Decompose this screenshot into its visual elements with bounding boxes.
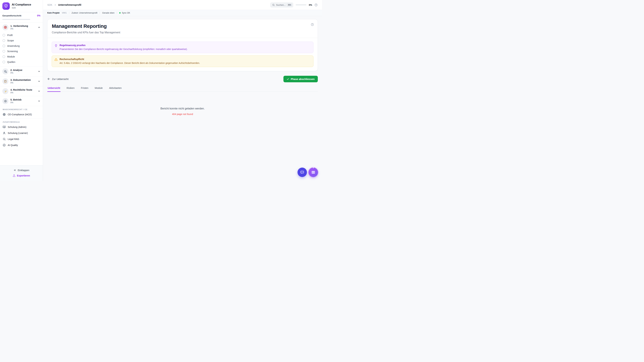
radio-circle-icon [2, 34, 5, 36]
radio-circle-icon [2, 44, 5, 47]
chevron-down-icon [38, 70, 40, 73]
report-tabs: Uebersicht Risiken Fristen Module Aktivi… [47, 87, 318, 92]
actions-row: Zur Uebersicht Phase abschliessen [47, 76, 318, 82]
empty-state: Bericht konnte nicht geladen werden. 404… [47, 107, 318, 115]
phase-vorbereitung: 1. Vorbereitung 0% Profil Scope [0, 22, 43, 66]
upload-icon [13, 174, 16, 177]
topbar: SDK Unternehmensprofil Suchen... ⌘K 0% [43, 0, 322, 10]
overall-progress-bar [2, 19, 30, 20]
phase-header-vorbereitung[interactable]: 1. Vorbereitung 0% [0, 22, 43, 32]
phase-header-rechtliche-texte[interactable]: 4. Rechtliche Texte 0% [0, 86, 43, 96]
back-link-label: Zur Uebersicht [52, 78, 68, 80]
phase-percent: 0% [10, 91, 36, 94]
sidebar-item-label: CE-Compliance (IACE) [8, 113, 32, 116]
collapse-label: Einklappen [18, 169, 29, 172]
columns-icon [311, 170, 316, 174]
step-scope[interactable]: Scope [0, 38, 43, 43]
radio-circle-icon [2, 55, 5, 58]
page-title: Management Reporting [52, 23, 313, 29]
chat-fab-button[interactable] [298, 168, 307, 177]
step-label: Module [7, 55, 15, 58]
clipboard-icon [2, 78, 8, 84]
phase-header-betrieb[interactable]: 5. Betrieb 0% [0, 96, 43, 106]
step-profil[interactable]: Profil [0, 32, 43, 38]
lightbulb-icon [54, 44, 58, 47]
section-header-maschinenrecht: MASCHINENRECHT / CE [0, 106, 43, 111]
sync-status: Sync OK [119, 12, 130, 14]
page-content: Management Reporting Compliance-Berichte… [43, 16, 322, 181]
chevron-down-icon [38, 100, 40, 102]
radio-circle-icon [2, 61, 5, 63]
app-subtitle: SDK [12, 7, 31, 9]
app-title: AI Compliance [12, 3, 31, 6]
step-anwendung[interactable]: Anwendung [0, 43, 43, 49]
breadcrumb-root[interactable]: SDK [47, 3, 52, 6]
phase-header-dokumentation[interactable]: 3. Dokumentation 0% [0, 76, 43, 86]
tab-module[interactable]: Module [94, 87, 103, 91]
phase-steps: Profil Scope Anwendung Screening Module [0, 32, 43, 66]
sidebar-item-ce-compliance[interactable]: CE-Compliance (IACE) [0, 111, 43, 117]
chevron-right-icon [54, 4, 56, 6]
chevron-up-icon [38, 26, 40, 29]
divider [69, 12, 69, 14]
chevrons-left-icon [14, 169, 16, 172]
phase-percent: 0% [10, 72, 36, 74]
collapse-sidebar-button[interactable]: Einklappen [0, 167, 43, 173]
last-visited: Zuletzt: Unternehmensprofil [72, 12, 98, 14]
phase-percent: 0% [10, 28, 36, 30]
memo-pencil-icon [2, 88, 8, 94]
divider [117, 12, 117, 14]
step-label: Quellen [7, 61, 15, 63]
floating-buttons [298, 168, 318, 177]
search-icon [3, 138, 6, 141]
sidebar-item-schulung-learner[interactable]: Schulung (Learner) [0, 130, 43, 136]
tab-risiken[interactable]: Risiken [66, 87, 75, 91]
export-button[interactable]: Exportieren [0, 173, 43, 178]
search-input[interactable]: Suchen... ⌘K [270, 2, 293, 7]
phase-title: 4. Rechtliche Texte [10, 88, 36, 91]
sidebar-item-ai-quality[interactable]: AI Quality [0, 142, 43, 148]
search-placeholder: Suchen... [276, 4, 286, 6]
step-module[interactable]: Module [0, 54, 43, 59]
tab-fristen[interactable]: Fristen [81, 87, 89, 91]
tab-aktivitaeten[interactable]: Aktivitaeten [109, 87, 122, 91]
gear-icon [2, 98, 8, 104]
sync-ok-dot-icon [119, 12, 120, 13]
phase-betrieb: 5. Betrieb 0% [0, 96, 43, 106]
sidebar-item-legal-rag[interactable]: Legal RAG [0, 136, 43, 142]
magnifier-icon [2, 68, 8, 74]
phase-rechtliche-texte: 4. Rechtliche Texte 0% [0, 86, 43, 96]
check-circle-icon [3, 144, 6, 147]
step-label: Anwendung [7, 44, 20, 47]
complete-phase-button[interactable]: Phase abschliessen [284, 76, 318, 82]
phase-dokumentation: 3. Dokumentation 0% [0, 76, 43, 86]
sidebar-item-schulung-admin[interactable]: Schulung (Admin) [0, 124, 43, 130]
section-header-zusatzmodule: ZUSATZMODULE [0, 119, 43, 124]
page-subtitle: Compliance-Berichte und KPIs fuer das To… [52, 31, 313, 34]
last-saved-time: Gerade eben [102, 12, 114, 14]
phase-percent: 0% [10, 82, 36, 84]
chevron-down-icon [38, 80, 40, 83]
overall-progress-label: Gesamtfortschritt [2, 14, 21, 17]
step-label: Profil [7, 34, 12, 36]
step-quellen[interactable]: Quellen [0, 59, 43, 65]
arrow-left-icon [47, 77, 50, 80]
phase-title: 5. Betrieb [10, 98, 36, 101]
app-brand-text: AI Compliance SDK [12, 3, 31, 9]
step-screening[interactable]: Screening [0, 49, 43, 54]
report-card-head: Management Reporting Compliance-Berichte… [48, 19, 318, 38]
back-to-overview-link[interactable]: Zur Uebersicht [47, 77, 68, 80]
phase-header-analyse[interactable]: 2. Analyse 0% [0, 66, 43, 76]
chevron-down-icon [38, 90, 40, 92]
columns-fab-button[interactable] [308, 168, 318, 177]
breadcrumb: SDK Unternehmensprofil [47, 3, 270, 6]
tab-uebersicht[interactable]: Uebersicht [47, 87, 60, 91]
export-label: Exportieren [17, 174, 30, 177]
divider [100, 12, 100, 14]
help-icon[interactable] [311, 23, 314, 26]
project-name: Kein Projekt [47, 12, 60, 14]
help-icon[interactable] [314, 3, 318, 6]
complete-phase-label: Phase abschliessen [291, 78, 314, 80]
shield-check-icon [4, 4, 8, 8]
sidebar-item-label: Schulung (Learner) [8, 132, 28, 134]
